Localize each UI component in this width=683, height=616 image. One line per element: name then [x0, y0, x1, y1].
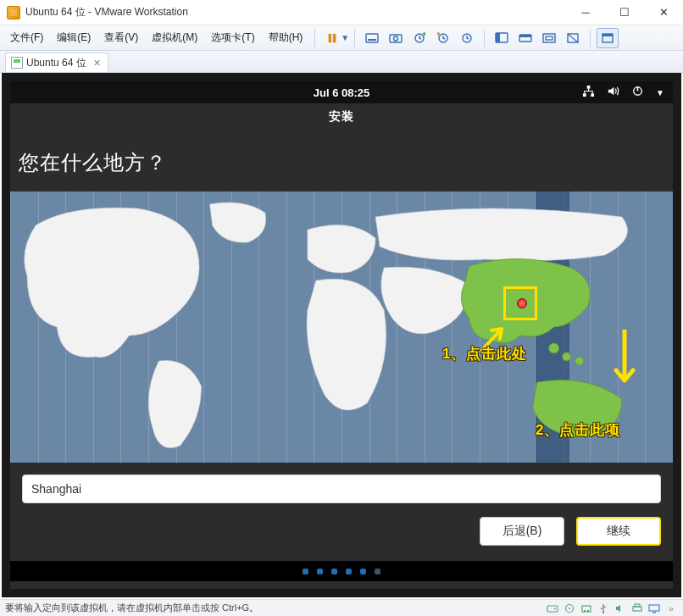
network-adapter-icon[interactable]: [580, 602, 593, 614]
menu-edit[interactable]: 编辑(E): [50, 27, 97, 48]
menu-vm[interactable]: 虚拟机(M): [145, 27, 204, 48]
menu-view[interactable]: 查看(V): [97, 27, 145, 48]
svg-rect-13: [543, 34, 555, 42]
svg-point-24: [549, 343, 559, 353]
fullscreen-icon[interactable]: [538, 28, 560, 48]
snapshot-manager-icon[interactable]: [456, 28, 478, 48]
printer-icon[interactable]: [630, 602, 644, 614]
tab-label: Ubuntu 64 位: [26, 56, 86, 70]
toolbar-separator: [314, 29, 315, 47]
gnome-topbar: Jul 6 08:25 ▼: [10, 81, 673, 103]
menubar: 文件(F) 编辑(E) 查看(V) 虚拟机(M) 选项卡(T) 帮助(H) ▼: [0, 25, 683, 51]
toolbar-separator: [484, 29, 485, 47]
close-button[interactable]: ✕: [644, 0, 683, 25]
svg-rect-35: [633, 607, 641, 611]
svg-rect-3: [368, 39, 376, 41]
stretch-guest-icon[interactable]: [597, 28, 619, 48]
chevron-right-icon[interactable]: »: [664, 602, 678, 614]
annotation-arrow-2-icon: [612, 330, 637, 409]
network-icon[interactable]: [582, 85, 595, 100]
svg-rect-38: [652, 612, 656, 613]
svg-rect-14: [546, 36, 553, 40]
svg-line-16: [568, 34, 578, 42]
tabstrip: Ubuntu 64 位 ✕: [0, 51, 683, 73]
timezone-map[interactable]: 1、点击此处 2、点击此项: [10, 191, 673, 463]
window-title: Ubuntu 64 位 - VMware Workstation: [25, 5, 188, 19]
quick-switch-icon[interactable]: [514, 28, 536, 48]
back-button[interactable]: 后退(B): [480, 517, 564, 546]
show-console-icon[interactable]: [491, 28, 513, 48]
volume-icon[interactable]: [607, 85, 619, 100]
vm-icon: [11, 57, 23, 69]
vm-display[interactable]: Jul 6 08:25 ▼ 安装 您在什么地方？: [2, 73, 681, 597]
statusbar-hint: 要将输入定向到该虚拟机，请在虚拟机内部单击或按 Ctrl+G。: [5, 602, 258, 614]
snapshot-icon[interactable]: [385, 28, 407, 48]
installer-title: 安装: [10, 103, 673, 130]
svg-rect-27: [547, 606, 558, 612]
svg-rect-31: [582, 606, 591, 612]
window-titlebar: Ubuntu 64 位 - VMware Workstation ─ ☐ ✕: [0, 0, 683, 25]
vm-tab[interactable]: Ubuntu 64 位 ✕: [5, 53, 108, 72]
display-icon[interactable]: [647, 602, 661, 614]
svg-rect-12: [519, 35, 531, 37]
svg-rect-20: [583, 93, 586, 97]
dropdown-caret-icon[interactable]: ▼: [341, 33, 349, 42]
menu-tabs[interactable]: 选项卡(T): [204, 27, 261, 48]
dropdown-caret-icon[interactable]: ▼: [656, 88, 664, 97]
sound-icon[interactable]: [614, 602, 627, 614]
clock[interactable]: Jul 6 08:25: [10, 86, 673, 99]
send-ctrl-alt-del-icon[interactable]: [361, 28, 383, 48]
svg-rect-10: [496, 33, 500, 42]
installer-question: 您在什么地方？: [10, 130, 673, 191]
toolbar-separator: [590, 29, 591, 47]
timezone-input[interactable]: [22, 474, 661, 503]
statusbar: 要将输入定向到该虚拟机，请在虚拟机内部单击或按 Ctrl+G。 »: [0, 599, 683, 616]
snapshot-revert-icon[interactable]: [432, 28, 454, 48]
cd-icon[interactable]: [563, 602, 576, 614]
svg-rect-18: [602, 34, 613, 36]
svg-rect-37: [649, 605, 659, 611]
svg-rect-36: [635, 604, 640, 607]
maximize-button[interactable]: ☐: [605, 0, 644, 25]
svg-rect-0: [329, 33, 332, 42]
svg-point-5: [394, 36, 398, 41]
tab-close-icon[interactable]: ✕: [93, 58, 101, 69]
menu-help[interactable]: 帮助(H): [262, 27, 310, 48]
svg-point-25: [563, 352, 571, 361]
svg-rect-19: [587, 86, 591, 89]
power-icon[interactable]: [631, 85, 644, 100]
svg-point-34: [602, 611, 604, 613]
svg-rect-32: [584, 610, 586, 612]
svg-rect-33: [587, 610, 589, 612]
svg-point-30: [569, 608, 570, 609]
usb-icon[interactable]: [597, 602, 610, 614]
hdd-icon[interactable]: [546, 602, 559, 614]
continue-button[interactable]: 继续: [576, 517, 661, 546]
selected-location-dot: [517, 298, 527, 308]
minimize-button[interactable]: ─: [566, 0, 605, 25]
annotation-text-2: 2、点击此项: [536, 420, 620, 440]
toolbar-separator: [354, 29, 355, 47]
device-tray: »: [546, 602, 678, 614]
menu-file[interactable]: 文件(F): [3, 27, 50, 48]
installer-progress: [10, 561, 673, 581]
svg-rect-21: [591, 93, 594, 97]
unity-icon[interactable]: [562, 28, 584, 48]
app-icon: [7, 6, 20, 19]
svg-point-28: [554, 608, 556, 609]
svg-rect-1: [333, 33, 336, 42]
annotation-text-1: 1、点击此处: [442, 344, 527, 363]
svg-point-26: [575, 357, 584, 365]
svg-rect-2: [366, 34, 378, 42]
snapshot-take-icon[interactable]: [408, 28, 430, 48]
